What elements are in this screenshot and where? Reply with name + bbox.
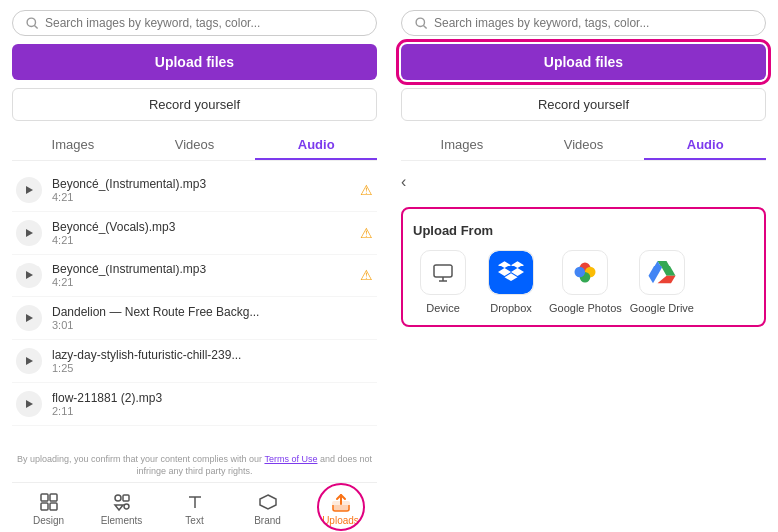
play-button-5[interactable]: [16, 348, 42, 374]
nav-brand[interactable]: Brand: [231, 489, 304, 528]
elements-icon: [111, 491, 133, 513]
nav-elements[interactable]: Elements: [85, 489, 158, 528]
tab-images-left[interactable]: Images: [12, 131, 134, 160]
svg-marker-3: [26, 229, 33, 237]
svg-point-25: [575, 267, 586, 278]
left-search-bar[interactable]: [12, 10, 377, 36]
play-button-6[interactable]: [16, 391, 42, 417]
terms-link[interactable]: Terms of Use: [264, 454, 317, 464]
google-photos-label: Google Photos: [549, 301, 622, 315]
device-label: Device: [426, 301, 460, 315]
svg-marker-4: [26, 271, 33, 279]
right-upload-button[interactable]: Upload files: [401, 44, 766, 80]
disclaimer-text: By uploading, you confirm that your cont…: [12, 445, 377, 482]
play-button-3[interactable]: [16, 263, 42, 288]
audio-item-5: lazy-day-stylish-futuristic-chill-239...…: [12, 340, 377, 383]
google-drive-icon: [647, 258, 677, 287]
svg-rect-13: [123, 495, 129, 501]
tab-audio-right[interactable]: Audio: [644, 131, 766, 160]
brand-icon: [257, 491, 279, 513]
nav-design-label: Design: [33, 515, 64, 526]
svg-line-1: [34, 25, 37, 28]
svg-point-12: [115, 495, 121, 501]
uploads-icon: [330, 491, 352, 513]
right-panel: Upload files Record yourself Images Vide…: [389, 0, 778, 532]
svg-rect-10: [41, 503, 48, 510]
audio-duration-6: 2:11: [52, 405, 373, 417]
play-button-2[interactable]: [16, 220, 42, 246]
audio-item-3: Beyoncé_(Instrumental).mp3 4:21 ⚠: [12, 255, 377, 297]
tab-videos-left[interactable]: Videos: [134, 131, 256, 160]
warning-icon-1: ⚠: [360, 182, 373, 198]
left-search-input[interactable]: [45, 16, 364, 30]
right-search-input[interactable]: [434, 16, 753, 30]
right-tabs: Images Videos Audio: [401, 131, 766, 161]
svg-rect-9: [50, 494, 57, 501]
upload-source-google-drive[interactable]: Google Drive: [630, 250, 694, 315]
upload-from-section: Upload From Device: [401, 207, 766, 327]
svg-rect-8: [41, 494, 48, 501]
svg-marker-6: [26, 357, 33, 365]
device-icon: [431, 261, 455, 284]
audio-item-1: Beyoncé_(Instrumental).mp3 4:21 ⚠: [12, 169, 377, 212]
text-icon: [184, 491, 206, 513]
search-icon: [25, 16, 39, 30]
svg-marker-7: [26, 400, 33, 408]
svg-rect-11: [50, 503, 57, 510]
svg-point-19: [416, 18, 424, 26]
layout-icon: [38, 491, 60, 513]
nav-text-label: Text: [185, 515, 203, 526]
play-button-4[interactable]: [16, 305, 42, 331]
dropbox-source-icon: [488, 250, 534, 295]
audio-duration-2: 4:21: [52, 234, 350, 246]
upload-source-google-photos[interactable]: Google Photos: [549, 250, 622, 315]
upload-sources: Device Dropbox: [413, 250, 754, 315]
audio-duration-5: 1:25: [52, 362, 373, 374]
audio-duration-4: 3:01: [52, 319, 373, 331]
dropbox-icon: [489, 251, 533, 294]
right-search-bar[interactable]: [401, 10, 766, 36]
nav-design[interactable]: Design: [12, 489, 85, 528]
right-search-icon: [414, 16, 428, 30]
audio-name-3: Beyoncé_(Instrumental).mp3: [52, 263, 350, 276]
audio-item-6: flow-211881 (2).mp3 2:11: [12, 383, 377, 426]
audio-duration-3: 4:21: [52, 276, 350, 288]
nav-brand-label: Brand: [254, 515, 281, 526]
left-panel: Upload files Record yourself Images Vide…: [0, 0, 389, 532]
google-drive-label: Google Drive: [630, 301, 694, 315]
device-source-icon: [420, 250, 466, 295]
left-record-button[interactable]: Record yourself: [12, 88, 377, 121]
google-photos-icon: [570, 258, 600, 287]
nav-elements-label: Elements: [101, 515, 143, 526]
nav-uploads[interactable]: Uploads: [304, 489, 377, 528]
svg-line-20: [423, 25, 426, 28]
svg-marker-5: [26, 314, 33, 322]
svg-rect-18: [333, 505, 349, 511]
google-photos-source-icon: [562, 250, 608, 295]
audio-name-1: Beyoncé_(Instrumental).mp3: [52, 177, 350, 191]
audio-name-5: lazy-day-stylish-futuristic-chill-239...: [52, 348, 373, 362]
left-tabs: Images Videos Audio: [12, 131, 377, 161]
nav-uploads-label: Uploads: [322, 515, 359, 526]
tab-audio-left[interactable]: Audio: [255, 131, 377, 160]
warning-icon-2: ⚠: [360, 225, 373, 241]
tab-images-right[interactable]: Images: [401, 131, 523, 160]
play-button-1[interactable]: [16, 177, 42, 203]
back-arrow[interactable]: ‹: [401, 169, 766, 195]
audio-name-4: Dandelion — Next Route Free Backg...: [52, 305, 373, 319]
upload-source-dropbox[interactable]: Dropbox: [481, 250, 541, 315]
tab-videos-right[interactable]: Videos: [523, 131, 645, 160]
nav-text[interactable]: Text: [158, 489, 231, 528]
upload-from-title: Upload From: [413, 223, 754, 238]
audio-list: Beyoncé_(Instrumental).mp3 4:21 ⚠ Beyonc…: [12, 169, 377, 445]
right-record-button[interactable]: Record yourself: [401, 88, 766, 121]
audio-name-2: Beyoncé_(Vocals).mp3: [52, 220, 350, 234]
audio-name-6: flow-211881 (2).mp3: [52, 391, 373, 405]
left-upload-button[interactable]: Upload files: [12, 44, 377, 80]
audio-duration-1: 4:21: [52, 191, 350, 203]
dropbox-label: Dropbox: [490, 301, 532, 315]
upload-source-device[interactable]: Device: [413, 250, 473, 315]
svg-rect-14: [124, 504, 129, 509]
warning-icon-3: ⚠: [360, 267, 373, 283]
svg-rect-21: [434, 265, 452, 277]
